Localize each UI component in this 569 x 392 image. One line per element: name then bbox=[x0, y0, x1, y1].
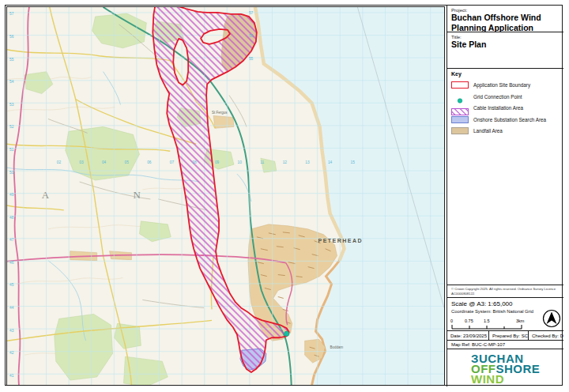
grid-number: 45 bbox=[9, 283, 14, 287]
title-label: Title: bbox=[451, 35, 560, 40]
grid-number: 49 bbox=[9, 193, 14, 197]
buchan-offshore-wind-logo: ЗUCHAN OFFSHORE WIND bbox=[471, 353, 540, 384]
legend-item-boundary: Application Site Boundary bbox=[451, 80, 560, 92]
grid-number: 52 bbox=[9, 125, 14, 129]
grid-number: 51 bbox=[9, 148, 14, 152]
scalebar-075: 0.75 bbox=[465, 318, 473, 323]
logo-line3: WIND bbox=[471, 372, 504, 386]
grid-number: 50 bbox=[9, 171, 14, 175]
grid-number: 55 bbox=[9, 58, 14, 62]
scalebar-15: 1.5 bbox=[484, 318, 490, 323]
grid-number: 54 bbox=[9, 80, 14, 84]
project-section: Project: Buchan Offshore Wind Planning A… bbox=[447, 6, 563, 32]
grid-number: 14 bbox=[328, 160, 333, 164]
grid-number: 56 bbox=[249, 34, 254, 38]
scalebar-ruler bbox=[451, 324, 522, 330]
legend-label: Onshore Substation Search Area bbox=[473, 117, 546, 122]
legend-item-grid-point: Grid Connection Point bbox=[451, 91, 560, 103]
grid-number: 41 bbox=[9, 374, 14, 378]
grid-number: 55 bbox=[249, 57, 254, 61]
copyright-line1: © Crown Copyright 2025. All rights reser… bbox=[451, 287, 560, 292]
legend-item-substation: Onshore Substation Search Area bbox=[451, 114, 560, 126]
legend-label: Landfall Area bbox=[473, 128, 503, 134]
landfall-swatch bbox=[451, 127, 469, 134]
grid-number: 08 bbox=[192, 160, 197, 164]
label-region-letter-n: N bbox=[133, 189, 141, 201]
drawing-title: Site Plan bbox=[451, 40, 560, 50]
copyright-line2: AC0000808122. bbox=[451, 292, 560, 296]
label-region-letter-a: A bbox=[42, 189, 50, 201]
scale-bar: 0 0.75 1.5 3km bbox=[451, 318, 522, 330]
grid-number: 07 bbox=[170, 160, 175, 164]
substation-swatch bbox=[451, 116, 469, 123]
label-st-fergus: St Fergus bbox=[212, 111, 228, 115]
project-name-line1: Buchan Offshore Wind bbox=[451, 13, 560, 23]
title-section: Title: Site Plan bbox=[447, 32, 563, 69]
grid-number: 02 bbox=[57, 160, 62, 164]
legend-label: Grid Connection Point bbox=[473, 94, 522, 100]
grid-number: 06 bbox=[147, 160, 152, 164]
grid-number: 48 bbox=[9, 216, 14, 220]
title-block: Project: Buchan Offshore Wind Planning A… bbox=[447, 6, 563, 386]
grid-number: 09 bbox=[215, 160, 220, 164]
cable-area-swatch bbox=[451, 104, 469, 111]
legend-item-landfall: Landfall Area bbox=[451, 126, 560, 138]
label-boddam: Boddam bbox=[330, 345, 344, 349]
scalebar-3km: 3km bbox=[516, 318, 524, 323]
map-canvas: PETERHEAD A N St Fergus Boddam 575655545… bbox=[6, 6, 445, 386]
grid-number: 05 bbox=[125, 160, 130, 164]
logo-section: ЗUCHAN OFFSHORE WIND bbox=[447, 349, 563, 386]
boundary-swatch bbox=[451, 81, 469, 89]
grid-number: 43 bbox=[9, 329, 14, 333]
grid-number: 46 bbox=[9, 261, 14, 265]
grid-number: 11 bbox=[260, 160, 264, 164]
scalebar-0: 0 bbox=[450, 318, 453, 323]
grid-number: 10 bbox=[238, 160, 243, 164]
map-ref: Map Ref: BUC-C-MP-107 bbox=[451, 342, 560, 347]
checked-by-cell: Checked By: DO bbox=[529, 331, 563, 340]
grid-number: 13 bbox=[305, 160, 310, 164]
prepared-by-cell: Prepared By: SC bbox=[489, 331, 529, 340]
scale-section: Scale @ A3: 1:65,000 Coordinate System: … bbox=[447, 298, 563, 331]
key-section: Key Application Site Boundary Grid Conne… bbox=[447, 69, 563, 286]
grid-point-swatch bbox=[451, 93, 469, 100]
legend-item-cable-area: Cable Installation Area bbox=[451, 103, 560, 115]
grid-number: 57 bbox=[9, 12, 14, 16]
grid-number: 56 bbox=[9, 35, 14, 39]
mapref-row: Map Ref: BUC-C-MP-107 bbox=[447, 341, 563, 350]
grid-number: 03 bbox=[79, 160, 84, 164]
grid-connection-point bbox=[284, 331, 289, 336]
key-title: Key bbox=[451, 71, 560, 77]
label-peterhead: PETERHEAD bbox=[318, 238, 363, 243]
grid-number: 12 bbox=[283, 160, 288, 164]
grid-number: 42 bbox=[9, 351, 14, 355]
copyright-section: © Crown Copyright 2025. All rights reser… bbox=[447, 285, 563, 298]
grid-number: 04 bbox=[102, 160, 107, 164]
revision-row: Date: 23/09/2025 Prepared By: SC Checked… bbox=[447, 331, 563, 341]
date-cell: Date: 23/09/2025 bbox=[447, 331, 489, 340]
legend-label: Cable Installation Area bbox=[473, 105, 523, 111]
north-arrow bbox=[542, 309, 561, 328]
scale-text: Scale @ A3: 1:65,000 bbox=[451, 300, 560, 307]
site-plan-page: PETERHEAD A N St Fergus Boddam 575655545… bbox=[0, 0, 569, 392]
grid-number: 57 bbox=[249, 11, 254, 15]
project-name-line2: Planning Application bbox=[451, 24, 560, 32]
grid-number: 47 bbox=[9, 238, 14, 242]
grid-number: 53 bbox=[9, 103, 14, 107]
legend-label: Application Site Boundary bbox=[473, 82, 530, 88]
grid-number: 44 bbox=[9, 306, 14, 310]
grid-number: 15 bbox=[351, 160, 356, 164]
